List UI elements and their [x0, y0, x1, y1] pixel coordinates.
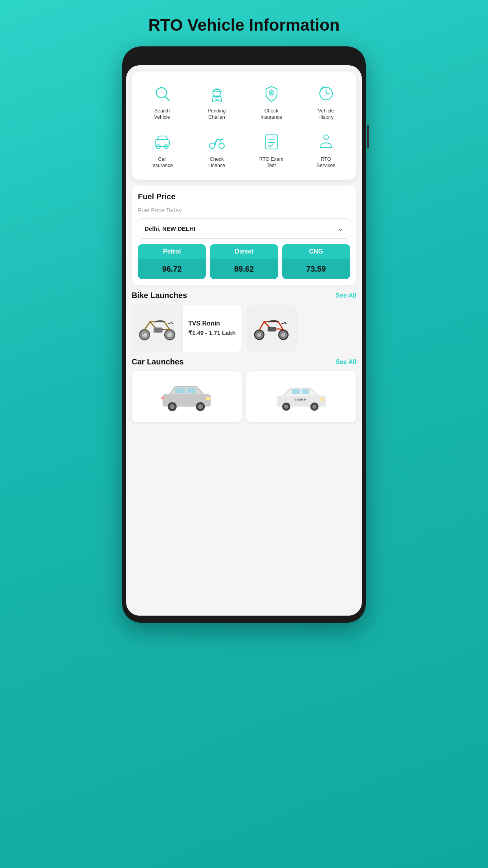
- check-insurance-label: CheckInsurance: [261, 108, 282, 121]
- fuel-price-petrol: 96.72: [138, 259, 206, 279]
- svg-point-4: [216, 97, 218, 99]
- phone-screen: SearchVehicle: [126, 65, 362, 616]
- svg-point-35: [198, 404, 203, 409]
- bike-see-all[interactable]: See All: [336, 292, 356, 299]
- phone-notch: [220, 53, 268, 62]
- car-launches-title: Car Launches: [132, 357, 183, 366]
- check-licence-icon: [206, 131, 228, 153]
- svg-text:TOUR H: TOUR H: [295, 398, 306, 401]
- bike-card-1[interactable]: TVS Ronin ₹1.49 - 1.71 Lakh: [132, 305, 242, 352]
- quick-actions-card: SearchVehicle: [132, 72, 356, 180]
- svg-point-18: [324, 135, 328, 140]
- car-launches-header: Car Launches See All: [132, 357, 356, 366]
- svg-point-25: [257, 332, 262, 337]
- svg-point-27: [281, 332, 286, 337]
- svg-rect-36: [206, 397, 210, 400]
- side-button: [367, 125, 369, 149]
- svg-point-43: [284, 405, 288, 409]
- svg-point-6: [271, 92, 272, 94]
- fuel-type-petrol: Petrol: [138, 244, 206, 259]
- check-licence-label: CheckLicence: [208, 156, 225, 169]
- fuel-section-title: Fuel Price: [138, 192, 176, 201]
- car-see-all[interactable]: See All: [336, 359, 356, 366]
- svg-point-33: [170, 404, 174, 409]
- action-vehicle-history[interactable]: VehicleHistory: [299, 79, 352, 124]
- fuel-type-cng: CNG: [282, 244, 350, 259]
- svg-point-45: [312, 405, 317, 409]
- bike-info-1: TVS Ronin ₹1.49 - 1.71 Lakh: [183, 305, 241, 352]
- chevron-down-icon: ⌄: [338, 224, 343, 233]
- car-cards-grid: TOUR H: [132, 371, 356, 422]
- action-check-insurance[interactable]: CheckInsurance: [245, 79, 298, 124]
- rto-exam-icon: [261, 131, 283, 153]
- svg-point-13: [209, 143, 215, 149]
- svg-rect-23: [154, 327, 163, 333]
- pending-challan-label: PendingChallan: [208, 108, 226, 121]
- car-card-1[interactable]: [132, 371, 242, 422]
- bike-card-2[interactable]: [246, 305, 297, 352]
- rto-exam-label: RTO ExamTest: [259, 156, 283, 169]
- action-rto-exam[interactable]: RTO ExamTest: [245, 128, 298, 172]
- pending-challan-icon: [206, 83, 228, 105]
- action-pending-challan[interactable]: PendingChallan: [190, 79, 243, 124]
- fuel-price-diesel: 89.62: [210, 259, 278, 279]
- svg-rect-46: [319, 398, 324, 401]
- svg-line-1: [165, 96, 169, 101]
- fuel-grid: Petrol 96.72 Diesel 89.62 CNG 73.59: [138, 244, 350, 279]
- fuel-today-label: Fuel Price Today: [138, 207, 350, 213]
- svg-rect-40: [292, 389, 301, 394]
- fuel-card-diesel[interactable]: Diesel 89.62: [210, 244, 278, 279]
- svg-rect-37: [161, 397, 164, 399]
- car-insurance-icon: [151, 131, 173, 153]
- vehicle-history-icon: [315, 83, 337, 105]
- city-name: Delhi, NEW DELHI: [145, 225, 195, 232]
- car-card-2[interactable]: TOUR H: [246, 371, 356, 422]
- page-title: RTO Vehicle Information: [122, 16, 366, 35]
- action-search-vehicle[interactable]: SearchVehicle: [136, 79, 189, 124]
- bike-launches-scroll: TVS Ronin ₹1.49 - 1.71 Lakh: [132, 305, 356, 352]
- fuel-card-cng[interactable]: CNG 73.59: [282, 244, 350, 279]
- vehicle-history-label: VehicleHistory: [318, 108, 334, 121]
- bike-launches-section: Bike Launches See All: [132, 291, 356, 352]
- search-vehicle-label: SearchVehicle: [154, 108, 170, 121]
- check-insurance-icon: [261, 83, 283, 105]
- bike-name-1: TVS Ronin: [188, 320, 236, 327]
- car-insurance-label: CarInsurance: [151, 156, 173, 169]
- bike-price-1: ₹1.49 - 1.71 Lakh: [188, 329, 236, 337]
- rto-services-label: RTOServices: [317, 156, 336, 169]
- search-vehicle-icon: [151, 83, 173, 105]
- action-car-insurance[interactable]: CarInsurance: [136, 128, 189, 172]
- action-check-licence[interactable]: CheckLicence: [190, 128, 243, 172]
- svg-point-14: [219, 143, 224, 149]
- fuel-section-header: Fuel Price: [138, 192, 350, 201]
- fuel-type-diesel: Diesel: [210, 244, 278, 259]
- bike-launches-title: Bike Launches: [132, 291, 187, 300]
- actions-grid: SearchVehicle: [136, 79, 352, 172]
- svg-rect-41: [302, 389, 309, 394]
- svg-rect-10: [155, 140, 169, 147]
- car-launches-section: Car Launches See All: [132, 357, 356, 422]
- fuel-card-petrol[interactable]: Petrol 96.72: [138, 244, 206, 279]
- rto-services-icon: [315, 131, 337, 153]
- svg-rect-31: [187, 388, 196, 393]
- fuel-price-cng: 73.59: [282, 259, 350, 279]
- svg-rect-28: [268, 327, 276, 331]
- svg-point-22: [167, 332, 173, 338]
- bike-image-1: [132, 305, 183, 352]
- phone-frame: SearchVehicle: [122, 46, 366, 623]
- bike-launches-header: Bike Launches See All: [132, 291, 356, 300]
- fuel-price-section: Fuel Price Fuel Price Today Delhi, NEW D…: [132, 186, 356, 285]
- city-select[interactable]: Delhi, NEW DELHI ⌄: [138, 218, 350, 239]
- svg-rect-30: [175, 388, 185, 393]
- action-rto-services[interactable]: RTOServices: [299, 128, 352, 172]
